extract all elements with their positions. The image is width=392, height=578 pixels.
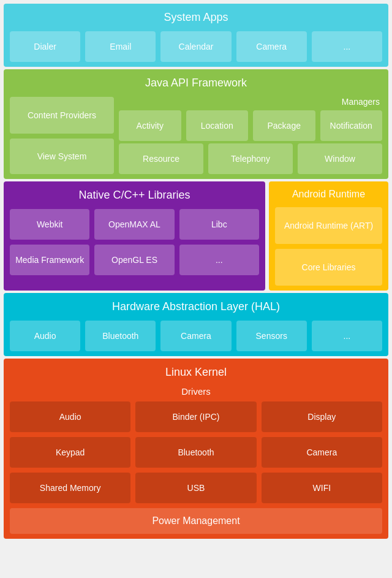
driver-camera-cell: Camera — [262, 437, 382, 468]
camera-cell: Camera — [236, 31, 307, 62]
telephony-cell: Telephony — [208, 143, 293, 174]
location-cell: Location — [186, 110, 249, 141]
webkit-cell: Webkit — [10, 209, 89, 240]
more-cell: ... — [312, 31, 382, 62]
resource-cell: Resource — [119, 143, 203, 174]
activity-cell: Activity — [119, 110, 181, 141]
window-cell: Window — [298, 143, 382, 174]
content-providers-col: Content Providers View System — [10, 97, 114, 174]
hal-layer: Hardware Abstraction Layer (HAL) Audio B… — [4, 293, 388, 356]
native-row2: Media Framework OpenGL ES ... — [10, 245, 259, 275]
core-libraries-cell: Core Libraries — [275, 249, 382, 286]
native-title: Native C/C++ Libraries — [10, 186, 259, 204]
driver-audio-cell: Audio — [10, 401, 130, 432]
hal-camera-cell: Camera — [160, 321, 231, 351]
hal-sensors-cell: Sensors — [236, 321, 307, 351]
driver-row1: Audio Binder (IPC) Display — [10, 401, 382, 432]
view-system-cell: View System — [10, 139, 114, 174]
driver-keypad-cell: Keypad — [10, 437, 130, 468]
linux-title: Linux Kernel — [10, 363, 382, 381]
email-cell: Email — [85, 31, 156, 62]
power-management-cell: Power Management — [10, 508, 382, 534]
system-apps-grid: Dialer Email Calendar Camera ... — [10, 31, 382, 62]
java-api-content: Content Providers View System Managers A… — [10, 97, 382, 174]
hal-bluetooth-cell: Bluetooth — [85, 321, 156, 351]
android-runtime-title: Android Runtime — [275, 186, 382, 202]
calendar-cell: Calendar — [160, 31, 231, 62]
libc-cell: Libc — [179, 209, 259, 240]
managers-col: Managers Activity Location Package Notif… — [119, 97, 382, 174]
managers-label: Managers — [119, 97, 382, 107]
hal-audio-cell: Audio — [10, 321, 80, 351]
drivers-label: Drivers — [10, 386, 382, 397]
linux-kernel-layer: Linux Kernel Drivers Audio Binder (IPC) … — [4, 359, 388, 539]
managers-row2: Resource Telephony Window — [119, 143, 382, 174]
driver-display-cell: Display — [262, 401, 382, 432]
driver-usb-cell: USB — [135, 473, 256, 503]
notification-cell: Notification — [320, 110, 383, 141]
openmax-cell: OpenMAX AL — [94, 209, 174, 240]
driver-wifi-cell: WIFI — [262, 473, 382, 503]
native-more-cell: ... — [179, 245, 259, 275]
art-cell: Android Runtime (ART) — [275, 207, 382, 244]
android-runtime-layer: Android Runtime Android Runtime (ART) Co… — [269, 181, 388, 291]
opengl-cell: OpenGL ES — [94, 245, 174, 275]
native-row1: Webkit OpenMAX AL Libc — [10, 209, 259, 240]
java-api-title: Java API Framework — [10, 74, 382, 92]
hal-title: Hardware Abstraction Layer (HAL) — [10, 298, 382, 316]
driver-row2: Keypad Bluetooth Camera — [10, 437, 382, 468]
hal-more-cell: ... — [312, 321, 382, 351]
native-layer: Native C/C++ Libraries Webkit OpenMAX AL… — [4, 181, 265, 291]
system-apps-title: System Apps — [10, 9, 382, 26]
driver-row3: Shared Memory USB WIFI — [10, 473, 382, 503]
driver-shared-memory-cell: Shared Memory — [10, 473, 130, 503]
java-api-layer: Java API Framework Content Providers Vie… — [4, 69, 388, 179]
driver-binder-cell: Binder (IPC) — [135, 401, 256, 432]
content-providers-cell: Content Providers — [10, 97, 114, 134]
driver-bluetooth-cell: Bluetooth — [135, 437, 256, 468]
package-cell: Package — [253, 110, 315, 141]
dialer-cell: Dialer — [10, 31, 80, 62]
system-apps-layer: System Apps Dialer Email Calendar Camera… — [4, 4, 388, 67]
media-framework-cell: Media Framework — [10, 245, 89, 275]
hal-cells: Audio Bluetooth Camera Sensors ... — [10, 321, 382, 351]
managers-row1: Activity Location Package Notification — [119, 110, 382, 141]
android-runtime-cells: Android Runtime (ART) Core Libraries — [275, 207, 382, 286]
native-android-row: Native C/C++ Libraries Webkit OpenMAX AL… — [4, 181, 388, 291]
